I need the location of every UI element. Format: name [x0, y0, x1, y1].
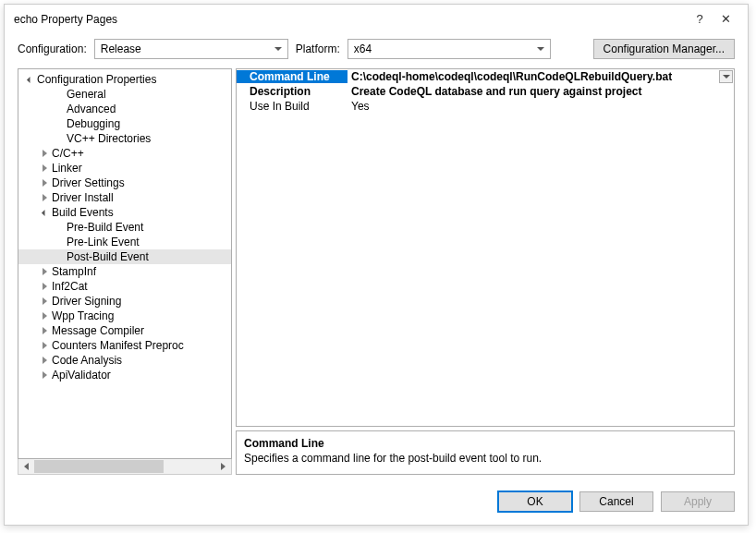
- tree-item-label: Counters Manifest Preproc: [52, 339, 184, 352]
- property-grid[interactable]: Command LineC:\codeql-home\codeql\codeql…: [236, 68, 735, 427]
- tree-item[interactable]: C/C++: [18, 146, 231, 161]
- tree-item[interactable]: Driver Settings: [18, 176, 231, 190]
- dialog-window: echo Property Pages ? ✕ Configuration: R…: [4, 4, 749, 526]
- configuration-value: Release: [101, 42, 141, 55]
- tree-item-label: Driver Install: [52, 191, 114, 204]
- property-row[interactable]: Command LineC:\codeql-home\codeql\codeql…: [237, 69, 734, 84]
- description-panel: Command Line Specifies a command line fo…: [236, 430, 735, 475]
- tree-item[interactable]: Configuration Properties: [18, 72, 231, 87]
- expander-closed-icon[interactable]: [39, 327, 50, 334]
- expander-closed-icon[interactable]: [39, 342, 50, 349]
- window-title: echo Property Pages: [14, 13, 687, 26]
- tree-item-label: Configuration Properties: [37, 73, 156, 86]
- tree-item[interactable]: Advanced: [18, 102, 231, 116]
- tree-item[interactable]: Post-Build Event: [18, 249, 231, 264]
- dialog-body: Configuration PropertiesGeneralAdvancedD…: [5, 68, 748, 482]
- property-value[interactable]: C:\codeql-home\codeql\codeql\RunCodeQLRe…: [348, 70, 734, 83]
- property-value-dropdown[interactable]: [719, 70, 733, 83]
- tree-item[interactable]: Driver Signing: [18, 294, 231, 309]
- property-row[interactable]: DescriptionCreate CodeQL database and ru…: [237, 84, 734, 99]
- scroll-right-button[interactable]: [215, 459, 231, 474]
- description-text: Specifies a command line for the post-bu…: [244, 452, 726, 465]
- tree-item-label: StampInf: [52, 265, 96, 278]
- tree-item-label: Build Events: [52, 206, 114, 219]
- tree-item[interactable]: Pre-Build Event: [18, 220, 231, 235]
- cancel-button[interactable]: Cancel: [579, 491, 653, 512]
- chevron-down-icon: [274, 47, 282, 51]
- help-button[interactable]: ?: [687, 12, 713, 26]
- tree-item-label: Pre-Build Event: [67, 221, 143, 234]
- expander-open-icon[interactable]: [39, 211, 50, 215]
- arrow-right-icon: [221, 463, 226, 470]
- close-button[interactable]: ✕: [713, 12, 738, 26]
- tree-item-label: Debugging: [67, 117, 120, 130]
- tree-item-label: Code Analysis: [52, 354, 122, 367]
- configuration-dropdown[interactable]: Release: [94, 39, 288, 59]
- tree-item[interactable]: Pre-Link Event: [18, 235, 231, 249]
- chevron-down-icon: [723, 75, 730, 79]
- tree-item[interactable]: StampInf: [18, 264, 231, 279]
- expander-closed-icon[interactable]: [39, 312, 50, 320]
- ok-button[interactable]: OK: [498, 491, 572, 512]
- platform-value: x64: [354, 42, 372, 55]
- tree-hscrollbar[interactable]: [18, 459, 232, 475]
- tree-item[interactable]: Message Compiler: [18, 323, 231, 338]
- scroll-thumb[interactable]: [34, 460, 164, 473]
- properties-tree[interactable]: Configuration PropertiesGeneralAdvancedD…: [18, 68, 232, 459]
- scroll-left-button[interactable]: [18, 459, 34, 474]
- tree-item-label: C/C++: [52, 147, 84, 160]
- tree-item[interactable]: Wpp Tracing: [18, 309, 231, 323]
- tree-item-label: Driver Settings: [52, 176, 125, 189]
- tree-item-label: Pre-Link Event: [67, 236, 140, 248]
- expander-closed-icon[interactable]: [39, 371, 50, 379]
- platform-dropdown[interactable]: x64: [348, 39, 551, 59]
- expander-closed-icon[interactable]: [39, 297, 50, 305]
- property-name: Command Line: [237, 70, 348, 83]
- tree-item-label: ApiValidator: [52, 369, 111, 382]
- config-row: Configuration: Release Platform: x64 Con…: [5, 33, 748, 68]
- tree-item[interactable]: Counters Manifest Preproc: [18, 338, 231, 353]
- dialog-footer: OK Cancel Apply: [5, 482, 748, 525]
- expander-closed-icon[interactable]: [39, 179, 50, 187]
- description-title: Command Line: [244, 437, 726, 450]
- property-name: Description: [237, 85, 348, 98]
- expander-closed-icon[interactable]: [39, 357, 50, 364]
- tree-item-label: Wpp Tracing: [52, 309, 114, 322]
- property-name: Use In Build: [237, 100, 348, 113]
- tree-item-label: VC++ Directories: [67, 132, 151, 145]
- tree-item-label: Linker: [52, 162, 82, 175]
- property-row[interactable]: Use In BuildYes: [237, 99, 734, 114]
- platform-label: Platform:: [296, 42, 340, 55]
- scroll-track[interactable]: [34, 459, 215, 474]
- tree-item[interactable]: Code Analysis: [18, 353, 231, 368]
- tree-item-label: Inf2Cat: [52, 280, 88, 293]
- expander-closed-icon[interactable]: [39, 164, 50, 172]
- tree-item-label: General: [67, 88, 106, 101]
- arrow-left-icon: [24, 463, 29, 470]
- tree-item[interactable]: Inf2Cat: [18, 279, 231, 294]
- expander-closed-icon[interactable]: [39, 283, 50, 290]
- chevron-down-icon: [537, 47, 544, 51]
- property-value[interactable]: Yes: [348, 100, 734, 113]
- tree-item-label: Message Compiler: [52, 324, 144, 337]
- expander-closed-icon[interactable]: [39, 194, 50, 201]
- tree-panel: Configuration PropertiesGeneralAdvancedD…: [18, 68, 232, 475]
- tree-item[interactable]: Linker: [18, 161, 231, 176]
- tree-item[interactable]: Driver Install: [18, 190, 231, 205]
- tree-item[interactable]: ApiValidator: [18, 368, 231, 382]
- tree-item[interactable]: Build Events: [18, 205, 231, 220]
- tree-item-label: Driver Signing: [52, 295, 121, 308]
- tree-item[interactable]: General: [18, 87, 231, 102]
- expander-closed-icon[interactable]: [39, 150, 50, 157]
- expander-closed-icon[interactable]: [39, 268, 50, 275]
- right-panel: Command LineC:\codeql-home\codeql\codeql…: [236, 68, 735, 475]
- configuration-label: Configuration:: [18, 42, 87, 55]
- tree-item-label: Post-Build Event: [67, 250, 149, 263]
- titlebar: echo Property Pages ? ✕: [5, 5, 748, 33]
- tree-item[interactable]: Debugging: [18, 116, 231, 131]
- apply-button[interactable]: Apply: [661, 491, 735, 512]
- configuration-manager-button[interactable]: Configuration Manager...: [593, 39, 735, 59]
- tree-item[interactable]: VC++ Directories: [18, 131, 231, 146]
- property-value[interactable]: Create CodeQL database and run query aga…: [348, 85, 734, 98]
- expander-open-icon[interactable]: [24, 78, 35, 82]
